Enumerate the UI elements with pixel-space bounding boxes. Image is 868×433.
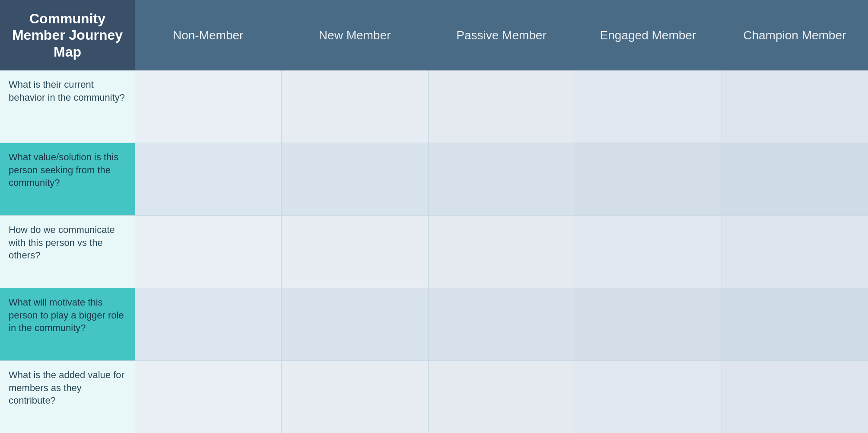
row-label-3: How do we communicate with this person v… (0, 216, 135, 288)
cell-row1-col3[interactable] (428, 70, 575, 143)
table-row: What is their current behavior in the co… (0, 70, 868, 143)
table-row: What value/solution is this person seeki… (0, 143, 868, 216)
cell-row3-col4[interactable] (575, 216, 721, 288)
table-title: Community Member Journey Map (0, 0, 135, 70)
cell-row1-col5[interactable] (722, 70, 868, 143)
row-label-1: What is their current behavior in the co… (0, 70, 135, 143)
row-label-2: What value/solution is this person seeki… (0, 143, 135, 216)
cell-row5-col2[interactable] (281, 361, 428, 433)
journey-map-table: Community Member Journey Map Non-Member … (0, 0, 868, 433)
cell-row2-col4[interactable] (575, 143, 721, 216)
cell-row3-col3[interactable] (428, 216, 575, 288)
cell-row5-col3[interactable] (428, 361, 575, 433)
cell-row4-col2[interactable] (281, 288, 428, 361)
cell-row2-col2[interactable] (281, 143, 428, 216)
cell-row5-col4[interactable] (575, 361, 721, 433)
cell-row2-col5[interactable] (722, 143, 868, 216)
cell-row5-col5[interactable] (722, 361, 868, 433)
cell-row2-col3[interactable] (428, 143, 575, 216)
cell-row4-col1[interactable] (135, 288, 281, 361)
table-row: What will motivate this person to play a… (0, 288, 868, 361)
cell-row5-col1[interactable] (135, 361, 281, 433)
col-header-passive-member: Passive Member (428, 0, 575, 70)
table-row: What is the added value for members as t… (0, 361, 868, 433)
table-row: How do we communicate with this person v… (0, 216, 868, 288)
cell-row4-col4[interactable] (575, 288, 721, 361)
cell-row3-col1[interactable] (135, 216, 281, 288)
cell-row3-col5[interactable] (722, 216, 868, 288)
row-label-4: What will motivate this person to play a… (0, 288, 135, 361)
row-label-5: What is the added value for members as t… (0, 361, 135, 433)
header-row: Community Member Journey Map Non-Member … (0, 0, 868, 70)
cell-row1-col1[interactable] (135, 70, 281, 143)
cell-row4-col3[interactable] (428, 288, 575, 361)
col-header-champion-member: Champion Member (722, 0, 868, 70)
col-header-non-member: Non-Member (135, 0, 281, 70)
cell-row1-col4[interactable] (575, 70, 721, 143)
cell-row2-col1[interactable] (135, 143, 281, 216)
cell-row4-col5[interactable] (722, 288, 868, 361)
col-header-engaged-member: Engaged Member (575, 0, 721, 70)
body-rows: What is their current behavior in the co… (0, 70, 868, 433)
cell-row1-col2[interactable] (281, 70, 428, 143)
cell-row3-col2[interactable] (281, 216, 428, 288)
col-header-new-member: New Member (281, 0, 428, 70)
